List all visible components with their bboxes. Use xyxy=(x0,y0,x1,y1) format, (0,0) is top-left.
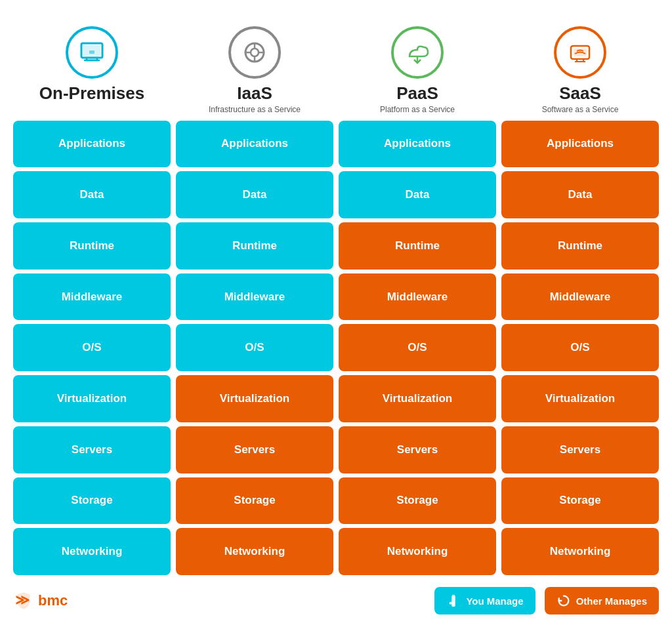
col-title-on-premises: On-Premises xyxy=(39,84,144,103)
grid-row-5: VirtualizationVirtualizationVirtualizati… xyxy=(13,375,659,422)
other-manages-icon xyxy=(556,594,571,608)
cell-paas-row8: Networking xyxy=(339,528,496,575)
header-row xyxy=(7,13,665,20)
svg-point-7 xyxy=(251,49,259,56)
cell-iaas-row3: Middleware xyxy=(176,273,333,321)
cell-on-premises-row1: Data xyxy=(13,171,171,218)
bmc-logo-icon: ≫ xyxy=(13,590,34,611)
cell-saas-row8: Networking xyxy=(501,528,659,575)
icon-circle-iaas xyxy=(228,26,281,79)
cell-saas-row5: Virtualization xyxy=(501,375,659,422)
header-col-iaas: IaaSInfrastructure as a Service xyxy=(176,26,333,114)
cell-iaas-row1: Data xyxy=(176,171,333,218)
icon-circle-saas xyxy=(554,26,606,79)
grid-row-2: RuntimeRuntimeRuntimeRuntime xyxy=(13,222,659,270)
legend-label: Other Manages xyxy=(576,595,647,607)
svg-rect-19 xyxy=(453,602,455,606)
bmc-text: bmc xyxy=(38,592,68,609)
legend-item-orange: Other Manages xyxy=(545,587,659,615)
grid-row-0: ApplicationsApplicationsApplicationsAppl… xyxy=(13,121,659,168)
cell-on-premises-row2: Runtime xyxy=(13,222,171,270)
cell-iaas-row5: Virtualization xyxy=(176,375,333,422)
svg-text:≫: ≫ xyxy=(15,592,30,607)
cell-iaas-row8: Networking xyxy=(176,528,333,575)
main-container: On-Premises IaaSInfrastructure as a Serv… xyxy=(0,0,672,625)
you-manage-icon xyxy=(446,594,461,608)
cell-iaas-row7: Storage xyxy=(176,477,333,525)
cell-paas-row1: Data xyxy=(339,171,496,218)
cell-paas-row7: Storage xyxy=(339,477,496,525)
cell-on-premises-row4: O/S xyxy=(13,324,171,371)
icon-circle-on-premises xyxy=(66,26,118,79)
col-subtitle-saas: Software as a Service xyxy=(542,105,619,114)
cell-on-premises-row6: Servers xyxy=(13,426,171,474)
cell-on-premises-row7: Storage xyxy=(13,477,171,525)
col-title-saas: SaaS xyxy=(559,84,601,103)
cell-on-premises-row5: Virtualization xyxy=(13,375,171,422)
bmc-logo: ≫ bmc xyxy=(13,590,68,611)
legend: You Manage Other Manages xyxy=(434,587,659,615)
cell-saas-row3: Middleware xyxy=(501,273,659,321)
grid-row-7: StorageStorageStorageStorage xyxy=(13,477,659,525)
cell-saas-row6: Servers xyxy=(501,426,659,474)
header-col-paas: PaaSPlatform as a Service xyxy=(339,26,496,114)
header-col-saas: SaaSSoftware as a Service xyxy=(501,26,659,114)
cell-saas-row2: Runtime xyxy=(501,222,659,270)
grid-row-6: ServersServersServersServers xyxy=(13,426,659,474)
svg-rect-5 xyxy=(89,50,94,54)
cell-saas-row4: O/S xyxy=(501,324,659,371)
col-title-paas: PaaS xyxy=(396,84,438,103)
footer: ≫ bmc You Manage Other Manages xyxy=(7,578,665,618)
cell-iaas-row2: Runtime xyxy=(176,222,333,270)
col-title-iaas: IaaS xyxy=(237,84,272,103)
grid-row-1: DataDataDataData xyxy=(13,171,659,218)
cell-on-premises-row8: Networking xyxy=(13,528,171,575)
legend-label: You Manage xyxy=(466,595,523,607)
cell-paas-row0: Applications xyxy=(339,121,496,168)
cell-saas-row1: Data xyxy=(501,171,659,218)
cell-iaas-row6: Servers xyxy=(176,426,333,474)
header-col-on-premises: On-Premises xyxy=(13,26,171,114)
grid-row-8: NetworkingNetworkingNetworkingNetworking xyxy=(13,528,659,575)
cell-paas-row4: O/S xyxy=(339,324,496,371)
col-subtitle-iaas: Infrastructure as a Service xyxy=(209,105,301,114)
grid-row-4: O/SO/SO/SO/S xyxy=(13,324,659,371)
cell-iaas-row4: O/S xyxy=(176,324,333,371)
cell-saas-row7: Storage xyxy=(501,477,659,525)
cell-iaas-row0: Applications xyxy=(176,121,333,168)
cell-paas-row2: Runtime xyxy=(339,222,496,270)
cell-saas-row0: Applications xyxy=(501,121,659,168)
cell-paas-row5: Virtualization xyxy=(339,375,496,422)
grid-row-3: MiddlewareMiddlewareMiddlewareMiddleware xyxy=(13,273,659,321)
col-subtitle-paas: Platform as a Service xyxy=(380,105,455,114)
icon-circle-paas xyxy=(391,26,444,79)
cell-on-premises-row3: Middleware xyxy=(13,273,171,321)
legend-item-blue: You Manage xyxy=(434,587,535,615)
cell-paas-row6: Servers xyxy=(339,426,496,474)
cell-paas-row3: Middleware xyxy=(339,273,496,321)
cell-on-premises-row0: Applications xyxy=(13,121,171,168)
